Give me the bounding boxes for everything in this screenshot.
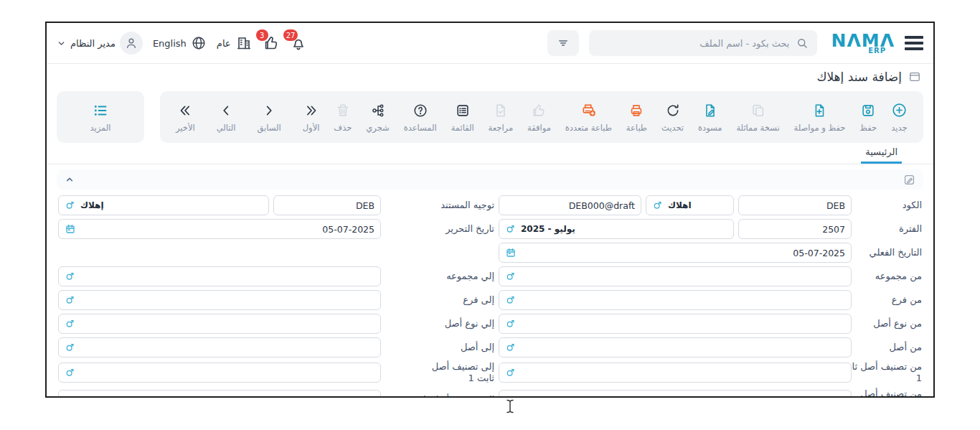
to-class2-lookup[interactable] [58, 390, 381, 398]
lookup-icon[interactable] [65, 367, 76, 378]
tree-button[interactable]: شجري [366, 102, 389, 133]
last-record-button[interactable]: الأخير [176, 102, 195, 133]
help-button[interactable]: المساعدة [404, 102, 437, 133]
approve-button[interactable]: موافقة [527, 102, 551, 133]
user-menu[interactable]: مدير النظام [57, 32, 143, 55]
new-button[interactable]: جديد [891, 102, 908, 133]
to-asset-lookup[interactable] [58, 337, 381, 357]
lookup-icon[interactable] [65, 342, 76, 353]
actual-date-label: التاريخ الفعلي [856, 247, 922, 258]
code-serial-input[interactable]: DEB000@draft [499, 195, 641, 215]
lookup-icon[interactable] [505, 367, 517, 378]
lookup-icon[interactable] [505, 271, 517, 282]
to-class1-lookup[interactable] [58, 363, 381, 383]
approvals-button[interactable]: 3 [263, 34, 280, 52]
from-class2-lookup[interactable] [499, 390, 852, 398]
collapse-chevron-icon[interactable] [64, 174, 75, 185]
lookup-icon[interactable] [505, 294, 517, 306]
period-label: الفترة [856, 223, 922, 235]
app-logo[interactable]: NΛMΛ ERP [831, 32, 895, 55]
lookup-icon[interactable] [652, 200, 664, 211]
toolbar: جديد حفظ حفظ و مواصلة نسخة مماثلة مسودة [47, 90, 933, 143]
first-record-button[interactable]: الأول [303, 102, 320, 133]
review-button[interactable]: مراجعة [489, 102, 514, 133]
chevrons-right-icon [303, 102, 319, 119]
from-asset-lookup[interactable] [499, 337, 852, 357]
main-form: الكود DEB اهلاك DEB000@draft توجيه المست… [47, 194, 933, 398]
lookup-icon[interactable] [505, 394, 517, 398]
logo-subtext: ERP [868, 47, 886, 55]
previous-record-button[interactable]: السابق [257, 102, 281, 133]
code-lookup[interactable]: اهلاك [646, 195, 734, 215]
calendar-icon[interactable] [65, 223, 76, 235]
doc-routing-lookup[interactable]: إهلاك [58, 195, 269, 215]
menu-icon[interactable] [905, 36, 923, 50]
refresh-button[interactable]: تحديث [661, 102, 684, 133]
plus-circle-icon [891, 102, 908, 119]
to-asset-label: إلى أصل [385, 342, 494, 353]
from-branch-lookup[interactable] [499, 290, 852, 310]
section-header [57, 169, 923, 190]
language-label: English [153, 38, 187, 49]
search-filter-button[interactable] [547, 30, 579, 56]
window-icon [908, 70, 922, 84]
draft-button[interactable]: مسودة [698, 102, 722, 133]
from-class1-lookup[interactable] [499, 363, 852, 383]
code-input[interactable]: DEB [738, 195, 852, 215]
to-branch-lookup[interactable] [58, 290, 381, 310]
text-cursor [505, 399, 515, 413]
period-lookup[interactable]: يوليو - 2025 [499, 219, 734, 239]
toolbar-more: المزيد [57, 91, 144, 143]
multi-print-button[interactable]: طباعة متعددة [565, 102, 612, 133]
user-label: مدير النظام [70, 38, 116, 49]
delete-button[interactable]: حذف [334, 102, 352, 133]
lookup-icon[interactable] [505, 318, 517, 329]
from-asset-type-lookup[interactable] [499, 314, 852, 334]
global-search[interactable] [589, 30, 817, 56]
language-selector[interactable]: English [153, 35, 207, 51]
lookup-icon[interactable] [65, 394, 76, 398]
lookup-icon[interactable] [505, 223, 517, 235]
tree-icon [370, 102, 386, 119]
search-input[interactable] [598, 38, 790, 49]
doc-routing-label: توجيه المستند [385, 200, 494, 211]
calendar-icon[interactable] [505, 247, 517, 258]
period-input[interactable]: 2507 [738, 219, 852, 239]
lookup-icon[interactable] [65, 200, 76, 211]
edit-date-label: تاريخ التحرير [385, 223, 494, 235]
building-icon [235, 34, 253, 52]
to-asset-type-lookup[interactable] [58, 314, 381, 334]
lookup-icon[interactable] [505, 342, 517, 353]
edit-pencil-icon[interactable] [903, 173, 916, 187]
company-selector[interactable]: عام [217, 34, 253, 52]
save-icon [860, 102, 876, 119]
lookup-icon[interactable] [65, 271, 76, 282]
printer-icon [628, 102, 644, 119]
lookup-icon[interactable] [65, 294, 76, 306]
chevron-down-icon [57, 39, 66, 48]
document-plus-icon [811, 102, 827, 119]
company-label: عام [217, 38, 231, 49]
duplicate-button[interactable]: نسخة مماثلة [736, 102, 779, 133]
copy-icon [750, 102, 766, 119]
more-button[interactable]: المزيد [90, 102, 111, 133]
notifications-button[interactable]: 27 [290, 34, 307, 52]
chevrons-left-icon [177, 102, 193, 119]
actual-date-input[interactable]: 05-07-2025 [499, 243, 852, 263]
save-continue-button[interactable]: حفظ و مواصلة [794, 102, 846, 133]
next-record-button[interactable]: التالي [217, 102, 236, 133]
print-button[interactable]: طباعة [626, 102, 647, 133]
from-group-lookup[interactable] [499, 266, 852, 286]
to-asset-type-label: إلي نوع أصل [385, 318, 494, 329]
tab-bar: الرئيسية [47, 143, 933, 164]
notifications-badge: 27 [283, 29, 298, 41]
list-button[interactable]: القائمة [451, 102, 474, 133]
lookup-icon[interactable] [65, 318, 76, 329]
refresh-icon [665, 102, 681, 119]
save-button[interactable]: حفظ [859, 102, 877, 133]
chevron-left-icon [218, 102, 234, 119]
to-group-lookup[interactable] [58, 266, 381, 286]
tab-main[interactable]: الرئيسية [861, 144, 902, 164]
edit-date-input[interactable]: 05-07-2025 [58, 219, 381, 239]
doc-routing-input[interactable]: DEB [273, 195, 381, 215]
